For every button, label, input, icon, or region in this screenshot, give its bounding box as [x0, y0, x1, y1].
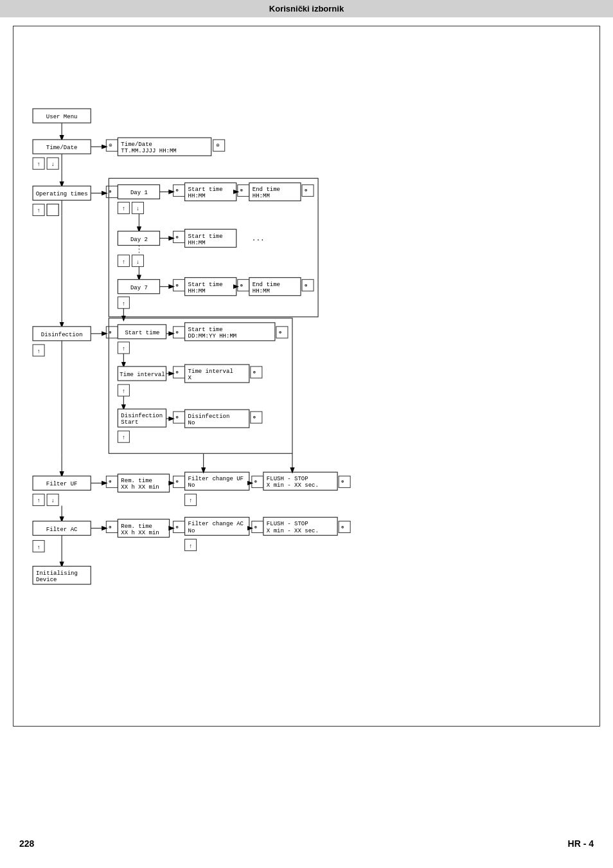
svg-rect-182 — [252, 521, 263, 532]
svg-text:HH:MM: HH:MM — [188, 287, 206, 294]
svg-rect-142 — [106, 476, 118, 487]
svg-rect-80 — [302, 280, 314, 291]
svg-text:X min - XX sec.: X min - XX sec. — [267, 527, 319, 534]
svg-rect-188 — [339, 521, 350, 532]
diagram-container: .box { fill: white; stroke: #333; stroke… — [13, 26, 600, 727]
svg-text:No: No — [188, 482, 195, 489]
svg-text:⊛: ⊛ — [254, 525, 257, 530]
svg-text:TT.MM.JJJJ  HH:MM: TT.MM.JJJJ HH:MM — [121, 147, 176, 154]
page-number: 228 — [19, 838, 34, 849]
svg-text:⊛: ⊛ — [109, 525, 111, 530]
svg-text:↑: ↑ — [37, 348, 40, 355]
svg-text:...: ... — [252, 235, 265, 242]
diagram-svg: .box { fill: white; stroke: #333; stroke… — [13, 26, 600, 726]
svg-text:⊛: ⊛ — [341, 525, 344, 530]
svg-text:Time interval: Time interval — [188, 368, 233, 375]
svg-text:⊛: ⊛ — [109, 479, 111, 484]
svg-rect-34 — [173, 185, 185, 196]
svg-text:↓: ↓ — [51, 161, 54, 168]
svg-text:⊛: ⊛ — [253, 370, 256, 375]
svg-text:↑: ↑ — [37, 207, 40, 214]
svg-text:⊛: ⊛ — [176, 525, 179, 530]
svg-text:⊛: ⊛ — [109, 330, 111, 335]
svg-text:↑: ↑ — [122, 345, 125, 352]
svg-rect-148 — [173, 476, 185, 487]
svg-text:⊛: ⊛ — [176, 330, 179, 335]
svg-text:Filter UF: Filter UF — [46, 480, 78, 487]
svg-text:⊛: ⊛ — [176, 188, 179, 193]
svg-text:⊛: ⊛ — [279, 330, 281, 335]
svg-text:⊛: ⊛ — [240, 283, 243, 288]
page-footer: 228 HR - 4 — [0, 838, 613, 849]
svg-rect-111 — [173, 366, 185, 378]
svg-text:HH:MM: HH:MM — [253, 287, 270, 294]
svg-rect-125 — [173, 411, 185, 423]
svg-text:Start: Start — [121, 419, 138, 426]
svg-text:↑: ↑ — [37, 497, 40, 504]
svg-text:XX h XX min: XX h XX min — [121, 529, 159, 536]
svg-rect-40 — [238, 185, 249, 196]
svg-text:⊛: ⊛ — [176, 370, 179, 375]
svg-rect-156 — [252, 476, 263, 487]
svg-text:Day 7: Day 7 — [130, 284, 148, 291]
svg-text:No: No — [188, 527, 195, 534]
svg-text:Time interval: Time interval — [120, 371, 164, 378]
svg-rect-68 — [173, 280, 185, 291]
svg-text:↑: ↑ — [189, 543, 192, 550]
svg-text:↓: ↓ — [136, 205, 139, 212]
svg-rect-117 — [251, 366, 262, 378]
svg-text:↑: ↑ — [37, 161, 40, 168]
svg-text:Time/Date: Time/Date — [46, 144, 78, 151]
svg-rect-91 — [106, 327, 118, 338]
svg-text:DD:MM:YY  HH:MM: DD:MM:YY HH:MM — [188, 332, 237, 339]
svg-text:↑: ↑ — [122, 205, 125, 212]
svg-rect-174 — [173, 521, 185, 532]
svg-text:Device: Device — [36, 576, 57, 583]
svg-rect-84 — [47, 204, 58, 215]
svg-text:↓: ↓ — [136, 258, 139, 266]
svg-text:HH:MM: HH:MM — [188, 192, 206, 199]
svg-text:⊛: ⊛ — [240, 188, 243, 193]
svg-text:XX h XX min: XX h XX min — [121, 484, 159, 491]
svg-text:⊛: ⊛ — [176, 479, 179, 484]
svg-text:Start time: Start time — [125, 329, 159, 336]
svg-text:⊛: ⊛ — [109, 143, 112, 147]
svg-rect-168 — [106, 521, 118, 532]
svg-rect-51 — [173, 231, 185, 243]
svg-text:↑: ↑ — [189, 497, 192, 504]
svg-text:Day 1: Day 1 — [130, 189, 148, 196]
svg-rect-104 — [276, 327, 288, 338]
svg-text:⊛: ⊛ — [176, 415, 179, 420]
svg-text:↑: ↑ — [122, 300, 125, 307]
svg-text:↑: ↑ — [37, 544, 40, 551]
svg-text:⊛: ⊛ — [216, 143, 220, 147]
svg-text:⊛: ⊛ — [305, 188, 307, 193]
svg-text:Day 2: Day 2 — [130, 236, 148, 243]
page-header: Korisnički izbornik — [0, 0, 613, 17]
svg-text:Filter change UF: Filter change UF — [188, 475, 244, 482]
svg-rect-46 — [302, 185, 314, 196]
svg-text:⊛: ⊛ — [341, 479, 344, 484]
svg-rect-74 — [238, 280, 249, 291]
svg-text:User Menu: User Menu — [46, 113, 78, 120]
svg-text:Filter AC: Filter AC — [46, 526, 78, 533]
svg-rect-25 — [106, 186, 118, 197]
svg-text:Filter change AC: Filter change AC — [188, 521, 244, 528]
svg-text:HH:MM: HH:MM — [253, 192, 270, 199]
svg-rect-131 — [251, 411, 262, 423]
svg-text:HH:MM: HH:MM — [188, 239, 206, 246]
svg-text:No: No — [188, 419, 195, 426]
svg-text:X: X — [188, 374, 192, 381]
svg-text:⊛: ⊛ — [176, 283, 179, 288]
svg-text:⊛: ⊛ — [253, 415, 256, 420]
svg-text:Operating times: Operating times — [36, 190, 88, 197]
svg-text:↑: ↑ — [122, 388, 125, 395]
svg-text:↑: ↑ — [122, 258, 125, 266]
svg-rect-98 — [173, 327, 185, 338]
svg-text:⊛: ⊛ — [176, 235, 179, 240]
svg-text:↓: ↓ — [51, 497, 54, 504]
svg-text:X min - XX sec.: X min - XX sec. — [267, 482, 319, 489]
svg-rect-162 — [339, 476, 350, 487]
svg-text:⊛: ⊛ — [109, 189, 111, 194]
svg-text:⊛: ⊛ — [305, 283, 307, 288]
